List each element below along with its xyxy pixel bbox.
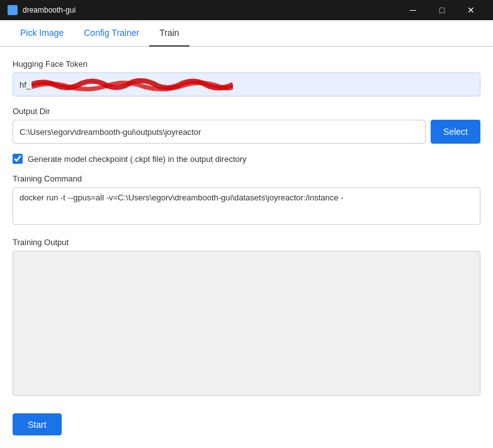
maximize-button[interactable]: □ xyxy=(428,0,456,20)
output-dir-row: Select xyxy=(13,120,480,144)
training-output-label: Training Output xyxy=(13,238,480,247)
tab-bar: Pick Image Config Trainer Train xyxy=(0,20,493,47)
tab-config-trainer[interactable]: Config Trainer xyxy=(74,20,149,47)
training-output-group: Training Output xyxy=(13,238,480,398)
training-command-input[interactable]: docker run -t --gpus=all -v=C:\Users\ego… xyxy=(13,187,480,225)
hf-token-input[interactable] xyxy=(13,72,480,96)
training-output-textarea[interactable] xyxy=(13,251,480,396)
app-icon xyxy=(8,5,18,15)
checkpoint-label: Generate model checkpoint (.ckpt file) i… xyxy=(28,154,247,164)
token-wrapper xyxy=(13,72,480,96)
app-window: dreambooth-gui ─ □ ✕ Pick Image Config T… xyxy=(0,0,493,448)
tab-pick-image[interactable]: Pick Image xyxy=(10,20,74,47)
tab-train[interactable]: Train xyxy=(149,20,189,47)
checkpoint-checkbox[interactable] xyxy=(13,154,23,164)
minimize-button[interactable]: ─ xyxy=(399,0,428,20)
close-button[interactable]: ✕ xyxy=(456,0,485,20)
start-button[interactable]: Start xyxy=(13,413,62,435)
training-command-label: Training Command xyxy=(13,174,480,183)
output-dir-input[interactable] xyxy=(13,120,426,144)
main-content: Hugging Face Token Output Dir Select xyxy=(0,47,493,448)
content-area: Pick Image Config Trainer Train Hugging … xyxy=(0,20,493,448)
window-title: dreambooth-gui xyxy=(23,6,399,14)
window-controls: ─ □ ✕ xyxy=(399,0,485,20)
title-bar: dreambooth-gui ─ □ ✕ xyxy=(0,0,493,20)
hf-token-group: Hugging Face Token xyxy=(13,59,480,96)
output-dir-group: Output Dir Select xyxy=(13,106,480,144)
output-dir-label: Output Dir xyxy=(13,106,480,116)
training-command-group: Training Command docker run -t --gpus=al… xyxy=(13,174,480,227)
select-button[interactable]: Select xyxy=(431,120,480,144)
hf-token-label: Hugging Face Token xyxy=(13,59,480,69)
checkpoint-checkbox-row: Generate model checkpoint (.ckpt file) i… xyxy=(13,154,480,164)
